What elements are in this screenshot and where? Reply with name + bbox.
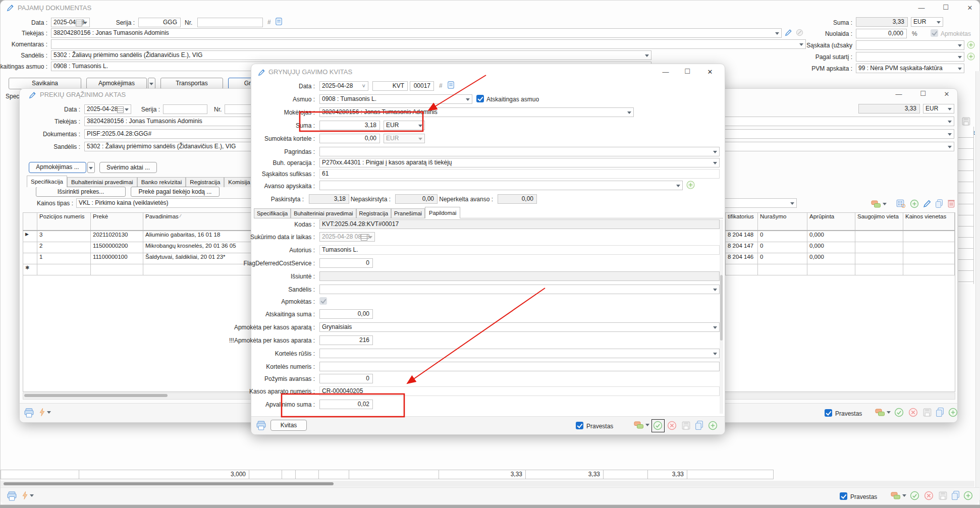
- dropdown-arrow-icon[interactable]: [645, 424, 649, 428]
- minimize-icon[interactable]: —: [893, 90, 904, 98]
- edit-pencil-icon[interactable]: [785, 29, 792, 36]
- col-nurasymo[interactable]: Nurašymo: [758, 213, 807, 231]
- sumoketa-kortele-field[interactable]: 0,00: [319, 134, 380, 143]
- pravestas-checkbox[interactable]: [840, 492, 847, 500]
- tab-specifikacija[interactable]: Specifikacija: [27, 176, 67, 187]
- apmoketa-per-select[interactable]: Grynaisiais: [319, 322, 720, 332]
- moketojas-select[interactable]: 38204280156 : Jonas Tumasonis Adominis: [319, 107, 634, 117]
- col-saugojimo-vieta[interactable]: Saugojimo vieta: [855, 213, 903, 231]
- buh-operacija-select[interactable]: P270xx.44301 : Pinigai į kasos aparatą i…: [319, 158, 720, 167]
- col-pozicijos[interactable]: Pozicijos numeris: [37, 213, 91, 231]
- clear-icon[interactable]: [796, 29, 803, 36]
- pozymis-avansas-field[interactable]: 0: [319, 374, 373, 383]
- add-circle-icon[interactable]: [967, 52, 975, 61]
- copy-icon[interactable]: [695, 420, 703, 430]
- apvalinimo-suma-field[interactable]: 0,02: [319, 400, 373, 409]
- print-icon[interactable]: [7, 491, 17, 501]
- saskaita-select[interactable]: [856, 40, 964, 50]
- confirm-check-icon[interactable]: [894, 408, 904, 417]
- maximize-icon[interactable]: ☐: [682, 68, 693, 75]
- table-row[interactable]: 211500000200Mikrobangų krosnelės, 20 01 …: [23, 242, 275, 253]
- table-row[interactable]: 8 204 14700,000: [726, 242, 955, 253]
- close-icon[interactable]: ✕: [964, 4, 975, 12]
- apmoketa-per2-field[interactable]: 216: [319, 335, 373, 345]
- table-row[interactable]: ▶ 320211020130Aliuminio gabaritas, 16 01…: [23, 231, 275, 242]
- atskaitinga-suma-field[interactable]: 0,00: [319, 309, 373, 319]
- tab-savikaina[interactable]: Savikaina: [9, 78, 81, 89]
- dropdown-arrow-icon[interactable]: [887, 411, 891, 416]
- tab-apmokejimas[interactable]: Apmokėjimas: [86, 78, 147, 89]
- tab-banko-rekvizitai[interactable]: Banko rekvizitai: [137, 177, 186, 187]
- new-document-icon[interactable]: [275, 17, 283, 26]
- currency-select[interactable]: EUR: [923, 104, 954, 114]
- serija-field[interactable]: [163, 104, 207, 114]
- kasos-aparato-numeris-field[interactable]: CR-000040205: [319, 386, 720, 396]
- korteles-numeris-field[interactable]: [319, 362, 720, 371]
- col-preke[interactable]: Prekė: [91, 213, 143, 231]
- apmokejimas-button[interactable]: Apmokėjimas ...: [29, 162, 86, 173]
- tab-registracija[interactable]: Registracija: [356, 208, 391, 218]
- maximize-icon[interactable]: ☐: [940, 4, 951, 11]
- pagal-sutarti-select[interactable]: [856, 52, 964, 62]
- tab-papildomai[interactable]: Papildomai: [425, 207, 460, 218]
- cancel-x-icon[interactable]: [908, 408, 918, 417]
- lightning-icon[interactable]: [22, 491, 28, 500]
- korteles-rusis-select[interactable]: [319, 349, 720, 358]
- vertical-scrollbar[interactable]: [975, 71, 980, 500]
- table-row-new[interactable]: [726, 264, 955, 275]
- minimize-icon[interactable]: —: [660, 68, 671, 76]
- delete-trash-icon[interactable]: [947, 199, 955, 208]
- add-circle-icon[interactable]: [967, 41, 975, 49]
- close-icon[interactable]: ✕: [941, 90, 952, 98]
- apmokejimas-dropdown-button[interactable]: [87, 162, 95, 173]
- sandelis-select[interactable]: 5302 : Žaliavų priėmimo sandėlis (Židana…: [51, 50, 651, 60]
- dropdown-arrow-icon[interactable]: [883, 203, 887, 207]
- hash-icon[interactable]: #: [439, 82, 443, 89]
- pravestas-checkbox[interactable]: [825, 409, 832, 417]
- horizontal-scrollbar[interactable]: [1, 481, 974, 487]
- asmuo-select[interactable]: 0908 : Tumasonis L.: [319, 94, 472, 104]
- confirm-check-icon[interactable]: [910, 491, 919, 500]
- suma-field[interactable]: 3,18: [319, 121, 380, 130]
- dropdown-arrow-icon[interactable]: [902, 494, 906, 499]
- atskaitingas-asmuo-checkbox[interactable]: [476, 95, 484, 102]
- table-row[interactable]: 111100000100Šaldytuvai, šaldikliai, 20 0…: [23, 253, 275, 264]
- panel-vertical-scrollbar[interactable]: [720, 219, 723, 414]
- table-row[interactable]: 8 204 14800,000: [726, 231, 955, 242]
- layers-icon[interactable]: [871, 200, 881, 208]
- hash-icon[interactable]: #: [267, 19, 271, 26]
- tab-specifikacija[interactable]: Specifikacija: [254, 208, 291, 218]
- kvitas-button[interactable]: Kvitas: [270, 420, 307, 431]
- flag-deferred-field[interactable]: 0: [319, 258, 373, 268]
- nuolaida-field[interactable]: 0,000: [856, 29, 907, 38]
- saskaitos-sufiksas-field[interactable]: 61: [319, 169, 720, 179]
- tab-apmokejimas-dropdown[interactable]: [148, 78, 155, 89]
- add-circle-icon[interactable]: [948, 408, 958, 417]
- col-identifikatorius[interactable]: tifikatorius: [726, 213, 758, 231]
- spec-grid-left[interactable]: Pozicijos numeris Prekė Pavadinimas ∕ ▶ …: [23, 212, 275, 275]
- col-kainos-vienetas[interactable]: Kainos vienetas: [903, 213, 955, 231]
- autorius-field[interactable]: Tumasonis L.: [319, 245, 720, 255]
- minimize-icon[interactable]: —: [916, 4, 927, 12]
- currency-select[interactable]: EUR: [911, 17, 943, 27]
- col-aprupinta[interactable]: Aprūpinta: [807, 213, 855, 231]
- tab-komisija[interactable]: Komisija: [224, 177, 254, 187]
- close-icon[interactable]: ✕: [704, 68, 716, 76]
- tab-transportas[interactable]: Transportas: [160, 78, 223, 89]
- layers-icon[interactable]: [891, 491, 901, 500]
- dropdown-arrow-icon[interactable]: [47, 411, 51, 416]
- print-icon[interactable]: [256, 421, 266, 430]
- sandelis-select[interactable]: [319, 285, 720, 294]
- issirinkti-prekes-button[interactable]: Išsirinkti prekes...: [36, 187, 126, 197]
- cancel-x-icon[interactable]: [924, 491, 934, 500]
- table-row-new[interactable]: ✱: [23, 264, 275, 275]
- pagrindas-field[interactable]: [319, 147, 720, 156]
- copy-icon[interactable]: [951, 490, 960, 500]
- tiekejas-select[interactable]: 38204280156 : Jonas Tumasonis Adominis: [51, 28, 782, 38]
- edit-pencil-icon[interactable]: [923, 199, 932, 208]
- preke-pagal-koda-button[interactable]: Prekė pagal tiekėjo kodą ...: [131, 187, 220, 197]
- pvm-select[interactable]: 99 : Nėra PVM sąskaita-faktūra: [856, 64, 964, 73]
- nr-field[interactable]: [197, 18, 263, 27]
- data-field[interactable]: 2025-04-28: [51, 18, 90, 27]
- currency-select[interactable]: EUR: [384, 121, 425, 130]
